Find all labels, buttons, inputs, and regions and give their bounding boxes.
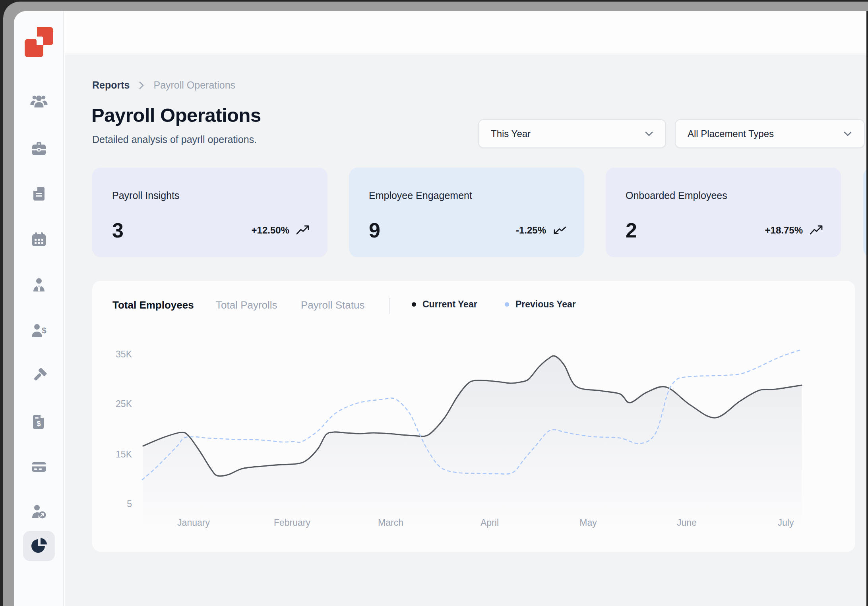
tab-total-payrolls[interactable]: Total Payrolls (216, 299, 277, 311)
stat-card-delta: +18.75% (765, 224, 823, 236)
sidebar-item-team[interactable] (14, 93, 64, 110)
stat-card-payroll-insights: Payroll Insights 3 +12.50% (92, 168, 327, 257)
gavel-icon (30, 367, 48, 384)
trending-up-icon (809, 224, 823, 236)
document-icon (30, 185, 48, 203)
tab-divider (389, 298, 390, 314)
businessman-icon (30, 276, 48, 294)
chevron-down-icon (645, 131, 653, 137)
sidebar-item-payments[interactable] (14, 458, 64, 475)
svg-text:$: $ (42, 326, 46, 335)
screen-edge (866, 11, 868, 606)
sidebar: $ $ (14, 11, 64, 606)
period-dropdown[interactable]: This Year (478, 119, 666, 148)
sidebar-item-calendar[interactable] (14, 231, 64, 248)
stat-card-employee-engagement: Employee Engagement 9 -1.25% (349, 168, 584, 257)
credit-card-icon (30, 458, 48, 475)
stat-card-value: 9 (369, 218, 380, 242)
legend-dot-previous (505, 302, 509, 307)
sidebar-item-jobs[interactable] (14, 140, 64, 158)
legend-dot-current (412, 302, 416, 307)
brand-logo[interactable] (25, 27, 53, 57)
placement-dropdown-value: All Placement Types (688, 128, 774, 139)
tab-payroll-status[interactable]: Payroll Status (301, 299, 364, 311)
briefcase-icon (30, 140, 48, 158)
legend-previous-year: Previous Year (505, 299, 576, 310)
breadcrumb: Reports Payroll Operations (92, 79, 235, 91)
breadcrumb-current: Payroll Operations (153, 79, 235, 91)
sidebar-item-payroll[interactable]: $ (14, 322, 64, 340)
page-title: Payroll Operations (91, 104, 261, 126)
chevron-down-icon (843, 131, 852, 137)
stat-card-onboarded-employees: Onboarded Employees 2 +18.75% (606, 168, 841, 257)
y-tick: 5 (100, 499, 132, 510)
line-chart (140, 342, 839, 524)
placement-type-dropdown[interactable]: All Placement Types (675, 119, 865, 148)
stat-card-title: Employee Engagement (369, 190, 564, 201)
sidebar-item-documents[interactable] (14, 185, 64, 203)
stat-card-title: Payroll Insights (112, 190, 308, 201)
pie-chart-icon (30, 537, 48, 555)
trending-down-icon (552, 224, 567, 236)
person-arrow-icon (30, 503, 48, 520)
trending-up-icon (296, 224, 310, 236)
y-tick: 15K (100, 449, 132, 460)
calendar-icon (30, 231, 48, 248)
period-dropdown-value: This Year (491, 128, 531, 139)
sidebar-item-referrals[interactable] (14, 503, 64, 520)
person-dollar-icon: $ (30, 322, 48, 340)
stat-card-value: 3 (112, 218, 124, 242)
sidebar-item-reports-active[interactable] (14, 537, 64, 555)
stat-card-delta: -1.25% (516, 224, 567, 236)
tab-total-employees[interactable]: Total Employees (112, 299, 194, 311)
app-screenshot: $ $ (0, 0, 868, 606)
page-subtitle: Detailed analysis of payrll operations. (92, 134, 257, 145)
breadcrumb-reports[interactable]: Reports (92, 79, 130, 91)
sidebar-item-compliance[interactable] (14, 367, 64, 384)
chevron-right-icon (138, 81, 145, 90)
y-tick: 35K (100, 349, 132, 360)
svg-text:$: $ (37, 420, 41, 428)
top-header (65, 11, 866, 54)
users-icon (30, 93, 48, 110)
sidebar-item-employees[interactable] (14, 276, 64, 294)
sidebar-item-invoices[interactable]: $ (14, 413, 64, 431)
invoice-dollar-icon: $ (30, 413, 48, 431)
legend-current-year: Current Year (412, 299, 477, 310)
stat-card-delta: +12.50% (252, 224, 310, 236)
y-tick: 25K (100, 399, 132, 409)
stat-card-title: Onboarded Employees (626, 190, 821, 201)
stat-card-value: 2 (626, 218, 637, 242)
